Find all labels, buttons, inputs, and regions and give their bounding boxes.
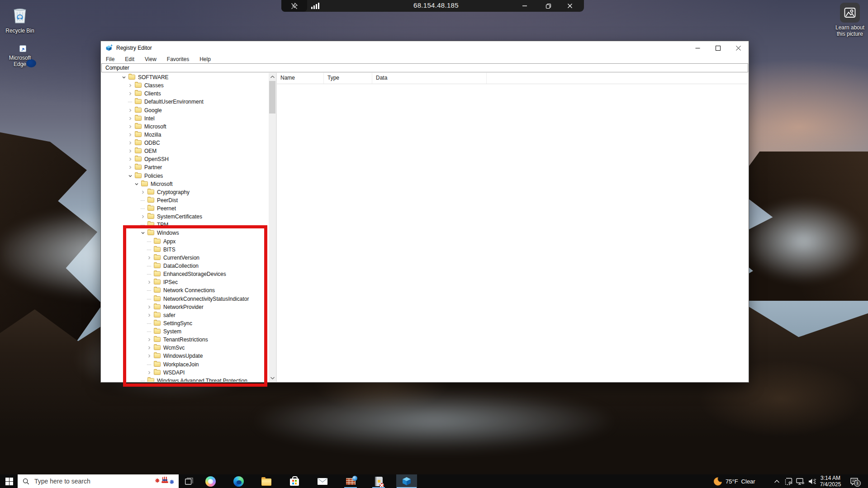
file-explorer-icon bbox=[261, 479, 271, 486]
tree-collapse-chevron[interactable] bbox=[122, 75, 126, 80]
taskbar-weather-widget[interactable]: 75°F Clear bbox=[713, 474, 755, 488]
desktop-icon-microsoft-edge[interactable]: Microsoft Edge bbox=[3, 45, 37, 67]
tree-item-mozilla[interactable]: Mozilla bbox=[101, 131, 269, 139]
tree-collapse-chevron[interactable] bbox=[134, 182, 139, 186]
tree-expand-chevron[interactable] bbox=[128, 157, 133, 161]
tree-item-peernet[interactable]: Peernet bbox=[101, 204, 269, 213]
folder-icon bbox=[135, 116, 142, 121]
tree-expand-chevron[interactable] bbox=[141, 190, 145, 194]
tree-item-peerdist[interactable]: PeerDist bbox=[101, 196, 269, 204]
tree-item-clients[interactable]: Clients bbox=[101, 90, 269, 98]
connbar-restore-button[interactable] bbox=[542, 0, 555, 12]
address-bar[interactable]: Computer bbox=[101, 63, 748, 72]
scroll-down-button[interactable] bbox=[269, 374, 276, 382]
desktop-icon-label: Recycle Bin bbox=[3, 28, 37, 34]
tray-show-hidden-icons[interactable] bbox=[771, 474, 782, 488]
tray-network-button[interactable] bbox=[795, 474, 806, 488]
tree-expand-chevron[interactable] bbox=[128, 165, 133, 170]
mail-icon bbox=[318, 478, 327, 485]
taskbar-windows-firewall[interactable] bbox=[340, 474, 361, 488]
windows-logo-icon bbox=[5, 478, 13, 485]
taskbar-mail[interactable] bbox=[312, 474, 333, 488]
tree-item-oem[interactable]: OEM bbox=[101, 147, 269, 155]
tree-expand-chevron[interactable] bbox=[128, 108, 133, 113]
tree-expand-chevron[interactable] bbox=[128, 149, 133, 153]
close-icon bbox=[736, 46, 741, 51]
learn-about-picture-widget[interactable]: Learn about this picture bbox=[832, 3, 868, 37]
tree-expand-chevron[interactable] bbox=[128, 141, 133, 145]
folder-icon bbox=[135, 91, 142, 96]
folder-icon bbox=[141, 181, 148, 186]
tree-scrollbar[interactable] bbox=[269, 73, 276, 382]
tree-item-microsoft[interactable]: Microsoft bbox=[101, 180, 269, 188]
start-button[interactable] bbox=[0, 474, 18, 488]
menu-view[interactable]: View bbox=[141, 56, 161, 62]
desktop-icon-recycle-bin[interactable]: Recycle Bin bbox=[3, 4, 37, 34]
tree-item-openssh[interactable]: OpenSSH bbox=[101, 155, 269, 163]
speaker-icon bbox=[808, 478, 816, 485]
tree-collapse-chevron[interactable] bbox=[128, 174, 133, 178]
moon-icon bbox=[713, 477, 722, 486]
column-header-name[interactable]: Name bbox=[277, 73, 324, 84]
value-list-body[interactable] bbox=[277, 84, 748, 382]
column-header-data[interactable]: Data bbox=[372, 73, 487, 84]
menu-help[interactable]: Help bbox=[195, 56, 215, 62]
tree-expand-chevron[interactable] bbox=[128, 83, 133, 88]
window-maximize-button[interactable] bbox=[708, 41, 728, 55]
taskbar-security-book[interactable] bbox=[368, 474, 389, 488]
action-center-button[interactable]: 1 bbox=[844, 474, 863, 488]
chevron-up-icon bbox=[270, 76, 275, 78]
column-header-type[interactable]: Type bbox=[324, 73, 372, 84]
menu-file[interactable]: File bbox=[102, 56, 119, 62]
scrollbar-thumb[interactable] bbox=[269, 81, 275, 114]
taskbar-copilot[interactable] bbox=[200, 474, 221, 488]
folder-icon bbox=[135, 99, 142, 104]
folder-icon bbox=[135, 173, 142, 178]
tree-item-microsoft[interactable]: Microsoft bbox=[101, 123, 269, 131]
tree-item-policies[interactable]: Policies bbox=[101, 172, 269, 180]
tree-item-google[interactable]: Google bbox=[101, 106, 269, 114]
folder-icon bbox=[128, 75, 135, 80]
tree-expand-chevron[interactable] bbox=[128, 133, 133, 137]
taskbar-registry-editor[interactable] bbox=[396, 474, 417, 488]
tree-item-classes[interactable]: Classes bbox=[101, 81, 269, 90]
title-bar[interactable]: Registry Editor bbox=[101, 41, 749, 55]
tree-item-odbc[interactable]: ODBC bbox=[101, 139, 269, 147]
menu-edit[interactable]: Edit bbox=[121, 56, 138, 62]
search-input[interactable] bbox=[33, 477, 144, 485]
window-title: Registry Editor bbox=[116, 45, 152, 51]
tree-expand-chevron[interactable] bbox=[141, 214, 145, 219]
picture-icon[interactable] bbox=[840, 3, 860, 23]
tree-item-cryptography[interactable]: Cryptography bbox=[101, 188, 269, 196]
signal-strength-icon bbox=[311, 3, 319, 9]
tree-item-defaultuserenvironment[interactable]: DefaultUserEnvironment bbox=[101, 98, 269, 106]
taskbar-edge[interactable] bbox=[228, 474, 249, 488]
menu-favorites[interactable]: Favorites bbox=[163, 56, 193, 62]
tree-item-intel[interactable]: Intel bbox=[101, 114, 269, 123]
tree-expand-chevron[interactable] bbox=[128, 91, 133, 96]
scroll-up-button[interactable] bbox=[269, 73, 276, 81]
search-highlights-icon[interactable] bbox=[154, 476, 175, 486]
tree-item-partner[interactable]: Partner bbox=[101, 163, 269, 171]
network-icon bbox=[796, 478, 804, 485]
tray-capture-button[interactable] bbox=[783, 474, 794, 488]
taskbar-microsoft-store[interactable] bbox=[284, 474, 305, 488]
connbar-minimize-button[interactable] bbox=[518, 0, 531, 12]
task-view-button[interactable] bbox=[180, 474, 199, 488]
tree-expand-chevron[interactable] bbox=[128, 116, 133, 121]
taskbar-search-box[interactable] bbox=[18, 474, 179, 488]
unpin-button[interactable] bbox=[281, 0, 307, 12]
tray-volume-button[interactable] bbox=[806, 474, 817, 488]
tree-item-systemcertificates[interactable]: SystemCertificates bbox=[101, 213, 269, 221]
tree-item-label: Mozilla bbox=[144, 131, 161, 139]
tree-expand-chevron[interactable] bbox=[128, 124, 133, 129]
folder-icon bbox=[135, 132, 142, 137]
window-minimize-button[interactable] bbox=[688, 41, 708, 55]
taskbar-file-explorer[interactable] bbox=[256, 474, 277, 488]
tree-item-software[interactable]: SOFTWARE bbox=[101, 73, 269, 81]
connbar-close-button[interactable] bbox=[564, 0, 576, 12]
taskbar-clock[interactable]: 3:14 AM 7/4/2025 bbox=[817, 475, 844, 488]
folder-icon bbox=[147, 198, 154, 203]
window-close-button[interactable] bbox=[728, 41, 749, 55]
folder-icon bbox=[135, 165, 142, 170]
